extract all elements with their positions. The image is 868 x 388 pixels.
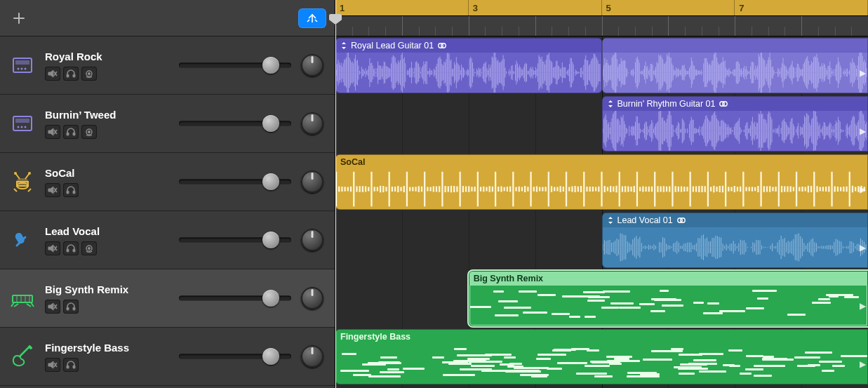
- track-header[interactable]: Lead Vocal: [0, 211, 335, 269]
- playhead[interactable]: [335, 0, 336, 388]
- track-header[interactable]: Burnin’ Tweed: [0, 95, 335, 153]
- input-monitor-button[interactable]: [81, 67, 97, 81]
- region[interactable]: Fingerstyle Bass ▶: [335, 329, 868, 384]
- svg-rect-12: [15, 119, 29, 123]
- track-name[interactable]: Burnin’ Tweed: [45, 109, 179, 121]
- region-body[interactable]: ▶: [603, 111, 868, 151]
- track-name[interactable]: Royal Rock: [45, 51, 179, 62]
- svg-rect-38: [67, 249, 69, 252]
- track-name[interactable]: Big Synth Remix: [45, 283, 179, 295]
- ruler[interactable]: 13579: [335, 0, 868, 36]
- svg-line-48: [31, 302, 34, 307]
- mute-button[interactable]: [45, 183, 60, 197]
- ruler-bar-number[interactable]: 1: [335, 0, 469, 15]
- region-body[interactable]: ▶: [603, 227, 868, 267]
- track-name[interactable]: Fingerstyle Bass: [45, 342, 179, 354]
- region-header[interactable]: Royal Lead Guitar 01: [336, 39, 601, 53]
- mute-button[interactable]: [45, 241, 60, 255]
- add-track-button[interactable]: [8, 8, 29, 29]
- catch-playhead-button[interactable]: [298, 8, 326, 28]
- region-body[interactable]: ▶: [336, 169, 867, 209]
- track-header[interactable]: Fingerstyle Bass: [0, 328, 335, 386]
- expand-icon[interactable]: [607, 100, 614, 108]
- mute-button[interactable]: [45, 67, 60, 81]
- region[interactable]: SoCal ▶: [335, 154, 868, 210]
- volume-slider[interactable]: [179, 349, 291, 363]
- ruler-bar-number[interactable]: 7: [735, 0, 868, 15]
- pan-knob[interactable]: [301, 54, 323, 76]
- arrange-lane[interactable]: Fingerstyle Bass ▶: [335, 328, 868, 386]
- ruler-bar-number[interactable]: 5: [602, 0, 735, 15]
- solo-headphones-button[interactable]: [63, 183, 79, 197]
- mute-button[interactable]: [45, 125, 60, 139]
- svg-point-4: [25, 68, 27, 70]
- amp-icon: [0, 36, 45, 94]
- region-header[interactable]: SoCal: [336, 155, 867, 169]
- svg-point-2: [18, 68, 20, 70]
- region-label: Royal Lead Guitar 01: [351, 41, 434, 51]
- region-header[interactable]: Big Synth Remix: [469, 272, 867, 286]
- pan-knob[interactable]: [301, 170, 323, 193]
- region[interactable]: ▶: [602, 38, 869, 93]
- pan-knob[interactable]: [301, 229, 323, 251]
- region-body[interactable]: ▶: [336, 344, 867, 384]
- volume-slider[interactable]: [179, 233, 291, 247]
- svg-point-61: [441, 44, 446, 48]
- pan-knob[interactable]: [301, 345, 323, 368]
- region-header[interactable]: Burnin' Rhythm Guitar 01: [603, 97, 868, 111]
- svg-rect-19: [73, 133, 75, 135]
- volume-slider[interactable]: [179, 116, 291, 131]
- drums-icon: [0, 153, 45, 210]
- arrange-area[interactable]: 13579 Royal Lead Guitar 01 ▶ Burnin' Rhy…: [335, 0, 868, 388]
- track-name[interactable]: SoCal: [45, 167, 179, 179]
- solo-headphones-button[interactable]: [63, 300, 79, 314]
- mute-button[interactable]: [45, 300, 60, 314]
- region-label: SoCal: [340, 157, 365, 167]
- track-header[interactable]: Big Synth Remix: [0, 269, 335, 328]
- arrange-lane[interactable]: Big Synth Remix ▶: [335, 269, 868, 328]
- pan-knob[interactable]: [301, 112, 323, 135]
- track-name[interactable]: Lead Vocal: [45, 225, 179, 237]
- solo-headphones-button[interactable]: [63, 358, 79, 372]
- svg-rect-7: [67, 74, 69, 77]
- region[interactable]: Lead Vocal 01 ▶: [602, 213, 869, 268]
- arrange-lane[interactable]: SoCal ▶: [335, 153, 868, 211]
- loop-icon: [437, 41, 447, 50]
- volume-slider[interactable]: [179, 58, 291, 72]
- ruler-bar-number[interactable]: 3: [469, 0, 602, 15]
- pan-knob[interactable]: [301, 287, 323, 309]
- arrange-lane[interactable]: Burnin' Rhythm Guitar 01 ▶: [335, 95, 868, 153]
- region[interactable]: Big Synth Remix ▶: [469, 271, 868, 326]
- track-header[interactable]: SoCal: [0, 153, 335, 211]
- svg-point-28: [28, 172, 31, 175]
- svg-rect-55: [27, 344, 32, 349]
- region-header[interactable]: Lead Vocal 01: [603, 213, 868, 227]
- region[interactable]: Burnin' Rhythm Guitar 01 ▶: [602, 96, 869, 152]
- track-header[interactable]: Royal Rock: [0, 36, 335, 95]
- region-body[interactable]: [336, 53, 601, 93]
- input-monitor-button[interactable]: [81, 241, 97, 255]
- input-monitor-button[interactable]: [81, 125, 97, 139]
- guitar-icon: [0, 328, 45, 385]
- volume-slider[interactable]: [179, 175, 291, 189]
- svg-point-65: [681, 218, 685, 222]
- arrange-lane[interactable]: Lead Vocal 01 ▶: [335, 211, 868, 269]
- region-header[interactable]: [603, 39, 868, 53]
- svg-point-13: [18, 126, 20, 128]
- arrange-lane[interactable]: Royal Lead Guitar 01 ▶: [335, 36, 868, 95]
- solo-headphones-button[interactable]: [63, 241, 79, 255]
- continues-right-icon: ▶: [860, 359, 866, 369]
- region-body[interactable]: ▶: [603, 53, 868, 93]
- region-header[interactable]: Fingerstyle Bass: [336, 330, 867, 344]
- volume-slider[interactable]: [179, 291, 291, 305]
- solo-headphones-button[interactable]: [63, 125, 79, 139]
- mute-button[interactable]: [45, 358, 60, 372]
- region-body[interactable]: ▶: [469, 286, 867, 326]
- region-label: Big Synth Remix: [474, 274, 543, 283]
- region[interactable]: Royal Lead Guitar 01: [335, 38, 602, 93]
- expand-icon[interactable]: [340, 41, 347, 50]
- solo-headphones-button[interactable]: [63, 67, 79, 81]
- continues-right-icon: ▶: [860, 185, 866, 194]
- expand-icon[interactable]: [607, 216, 614, 225]
- svg-rect-53: [67, 307, 69, 310]
